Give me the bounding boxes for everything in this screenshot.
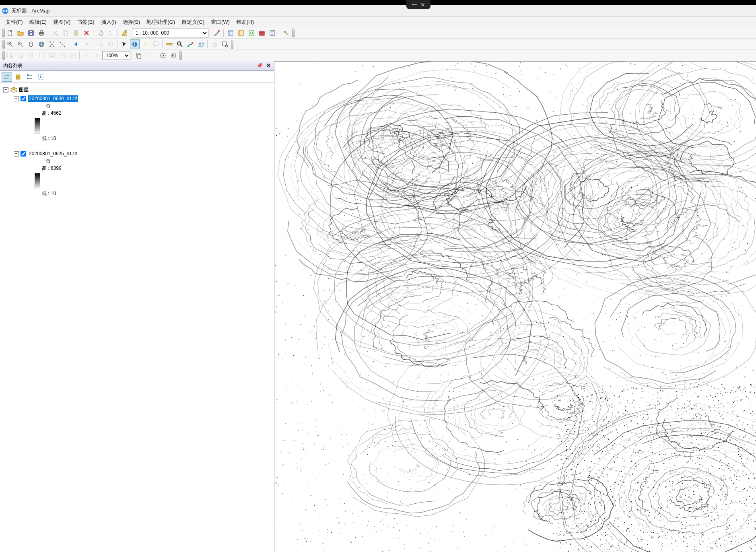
- data-driven-pages-button[interactable]: [134, 51, 144, 60]
- svg-rect-1504: [445, 514, 445, 514]
- layer-name[interactable]: 20200801_0625_b1.tif: [28, 150, 78, 157]
- svg-rect-5081: [618, 396, 618, 397]
- svg-rect-2774: [583, 245, 584, 246]
- layer-name[interactable]: 20200801_0630_b1.tif: [28, 95, 78, 102]
- goto-xy-button[interactable]: XY: [196, 39, 206, 49]
- fixed-zoom-in-button[interactable]: [47, 39, 57, 49]
- map-view[interactable]: [274, 61, 756, 552]
- scale-select[interactable]: 1 : 10, 000, 000: [132, 29, 208, 37]
- select-elements-button[interactable]: [119, 39, 129, 49]
- svg-rect-2911: [626, 502, 626, 503]
- expand-icon[interactable]: −: [14, 151, 19, 157]
- measure-button[interactable]: [165, 39, 174, 49]
- close-icon[interactable]: ✕: [266, 62, 271, 68]
- pin-icon[interactable]: 📌: [257, 63, 263, 68]
- toolbar-grip[interactable]: [179, 51, 182, 60]
- find-button[interactable]: [175, 39, 185, 49]
- layout-zoom-select[interactable]: 100%: [102, 51, 130, 60]
- toc-tab-source[interactable]: [13, 72, 23, 82]
- os-close-icon[interactable]: ✕: [420, 2, 425, 8]
- os-pin-icon[interactable]: ⭠: [412, 2, 417, 8]
- catalog-button[interactable]: [236, 28, 246, 38]
- find-route-button[interactable]: [185, 39, 195, 49]
- toolbar-grip[interactable]: [2, 51, 5, 60]
- open-button[interactable]: [16, 28, 25, 38]
- svg-rect-4972: [630, 494, 631, 495]
- ddp-first-button[interactable]: [158, 51, 168, 60]
- toc-tab-drawing-order[interactable]: [2, 72, 12, 82]
- svg-rect-4170: [668, 440, 669, 441]
- undo-button[interactable]: [95, 28, 105, 38]
- fixed-zoom-out-button[interactable]: [58, 39, 67, 49]
- arctoolbox-button[interactable]: [257, 28, 267, 38]
- menu-edit[interactable]: 编辑(E): [26, 17, 50, 27]
- svg-rect-4393: [594, 525, 595, 526]
- svg-rect-4317: [630, 448, 630, 449]
- tree-root-row[interactable]: − 图层: [2, 85, 272, 94]
- menu-view[interactable]: 视图(V): [50, 17, 74, 27]
- svg-rect-5268: [576, 453, 577, 454]
- menu-help[interactable]: 帮助(H): [233, 17, 257, 27]
- svg-rect-187: [474, 71, 475, 72]
- search-window-button[interactable]: [247, 28, 256, 38]
- model-builder-button[interactable]: [281, 28, 291, 38]
- svg-rect-3022: [688, 461, 688, 461]
- svg-rect-4772: [650, 445, 651, 446]
- toolbar-grip[interactable]: [2, 29, 5, 37]
- svg-rect-4602: [701, 390, 702, 391]
- ddp-last-button[interactable]: [169, 51, 178, 60]
- svg-rect-3454: [698, 509, 698, 510]
- delete-button[interactable]: [82, 28, 91, 38]
- svg-rect-2906: [696, 525, 697, 525]
- menu-insert[interactable]: 插入(I): [98, 17, 119, 27]
- pan-button[interactable]: [26, 39, 36, 49]
- svg-rect-5115: [602, 475, 603, 476]
- save-button[interactable]: [26, 28, 36, 38]
- layout-fixed-zoomin-button: [58, 51, 67, 60]
- menu-geoprocessing[interactable]: 地理处理(G): [143, 17, 178, 27]
- layer-visibility-checkbox[interactable]: [21, 151, 26, 157]
- svg-rect-1828: [412, 385, 412, 385]
- expand-icon[interactable]: −: [14, 96, 19, 101]
- print-button[interactable]: [37, 28, 46, 38]
- toc-button[interactable]: [226, 28, 235, 38]
- menu-bookmarks[interactable]: 书签(B): [74, 17, 97, 27]
- create-viewer-button[interactable]: [220, 39, 230, 49]
- svg-rect-2802: [560, 69, 561, 70]
- layer-visibility-checkbox[interactable]: [21, 96, 26, 101]
- layer-row[interactable]: − 20200801_0625_b1.tif: [2, 149, 272, 158]
- svg-rect-1462: [634, 440, 635, 441]
- zoom-out-button[interactable]: [16, 39, 25, 49]
- svg-rect-1606: [700, 115, 700, 115]
- toolbar-grip[interactable]: [292, 29, 295, 37]
- menu-select[interactable]: 选择(S): [119, 17, 143, 27]
- menu-window[interactable]: 窗口(W): [208, 17, 233, 27]
- zoom-in-button[interactable]: [5, 39, 15, 49]
- svg-rect-1906: [523, 218, 523, 219]
- identify-button[interactable]: i: [130, 39, 140, 49]
- toc-tab-visibility[interactable]: [24, 72, 35, 82]
- svg-rect-2729: [602, 397, 603, 398]
- expand-icon[interactable]: −: [3, 87, 8, 93]
- new-button[interactable]: [5, 28, 15, 38]
- full-extent-button[interactable]: [37, 39, 46, 49]
- layer-row[interactable]: − 20200801_0630_b1.tif: [2, 94, 272, 103]
- toolbar-grip[interactable]: [231, 40, 233, 49]
- prev-extent-button[interactable]: [71, 39, 81, 49]
- python-window-button[interactable]: [268, 28, 277, 38]
- svg-rect-4568: [627, 528, 628, 529]
- svg-rect-2442: [476, 420, 476, 420]
- toolbar-grip[interactable]: [2, 40, 5, 49]
- svg-rect-275: [308, 434, 309, 435]
- svg-rect-3222: [643, 413, 644, 414]
- svg-rect-2715: [364, 336, 365, 337]
- toc-tab-selection[interactable]: [35, 72, 46, 82]
- menu-file[interactable]: 文件(F): [2, 17, 26, 27]
- menu-customize[interactable]: 自定义(C): [178, 17, 208, 27]
- svg-rect-3288: [610, 431, 611, 432]
- svg-rect-966: [645, 88, 646, 88]
- svg-rect-5121: [629, 439, 630, 440]
- editor-toolbar-button[interactable]: [212, 28, 222, 38]
- add-data-button[interactable]: [119, 28, 129, 38]
- svg-rect-4538: [726, 457, 727, 457]
